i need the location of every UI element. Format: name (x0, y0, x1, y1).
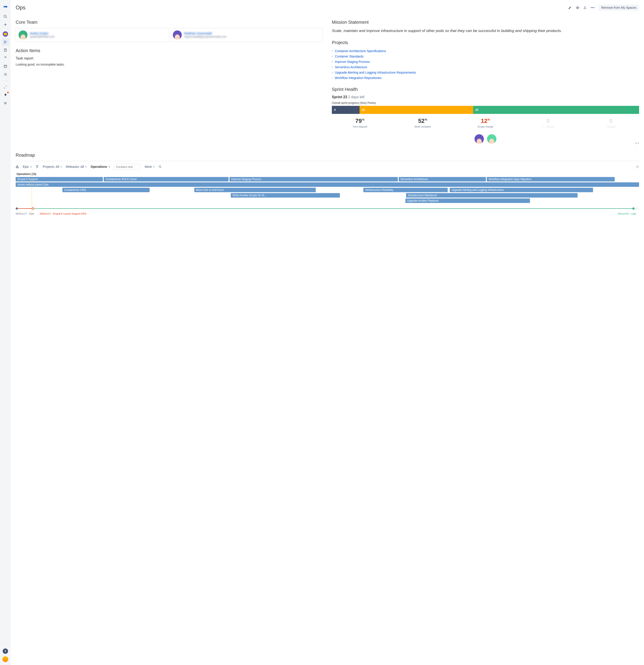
roadmap-bar[interactable]: Infrastructure Maintence (406, 193, 578, 197)
sidebar: ” ? (0, 0, 11, 665)
svg-point-19 (636, 143, 637, 144)
watch-icon[interactable] (576, 6, 579, 10)
svg-rect-20 (17, 165, 18, 166)
team-member-card[interactable]: Andriy Duykoaduyko@thrillist.com (16, 28, 169, 42)
project-item: ›Workflow Integration Repositories (332, 75, 639, 80)
sprint-stat: 12%Scope change (457, 117, 514, 128)
nav-settings-icon[interactable] (2, 71, 9, 78)
nav-menu-icon[interactable] (2, 99, 9, 107)
roadmap-bar[interactable]: Move Solr to SolrCloud (194, 188, 316, 192)
project-item: •Serverless Architecture (332, 64, 639, 70)
assignee-avatar[interactable] (474, 134, 484, 144)
nav-blog-icon[interactable]: ” (2, 55, 9, 62)
roadmap-toolbar: Epic Projects: All Releases: All Operati… (16, 164, 639, 170)
user-avatar-icon[interactable] (2, 656, 9, 663)
sprint-stat: 79%Time elapsed (332, 117, 388, 128)
sprint-stat: 52%Work complete (395, 117, 451, 128)
sprint-title: Sprint 23 2 days left (332, 95, 639, 99)
project-item: •Container Architecture Specifications (332, 48, 639, 54)
mission-text: Scale, maintain and improve infrastructu… (332, 28, 639, 34)
roadmap-more-filter[interactable]: More (145, 165, 155, 169)
roadmap-bar[interactable]: Drupal 8 Support (16, 177, 103, 182)
axis-start-label: 06/Dec/17 - Start (16, 212, 34, 215)
roadmap-releases-filter[interactable]: Releases: All (66, 165, 86, 169)
roadmap-operations-filter[interactable]: Operations (91, 165, 110, 169)
svg-point-26 (637, 166, 638, 167)
page-header: Ops ••• Remove from My Spaces (16, 4, 639, 11)
nav-overview-icon[interactable] (2, 38, 9, 46)
roadmap-bar[interactable]: Improve Staging Process (230, 177, 398, 182)
roadmap-projects-filter[interactable]: Projects: All (43, 165, 62, 169)
progress-segment: 22 (473, 106, 639, 114)
project-link[interactable]: Improve Staging Process (335, 60, 370, 63)
svg-line-25 (160, 167, 161, 168)
roadmap-search-icon[interactable] (158, 165, 162, 168)
member-avatar (173, 31, 182, 39)
add-icon[interactable] (2, 21, 9, 28)
nav-calendar-icon[interactable] (2, 63, 9, 70)
progress-segment: 16 (359, 106, 473, 114)
roadmap-epic-filter[interactable]: Epic (23, 165, 32, 169)
share-icon[interactable] (583, 6, 587, 10)
roadmap-bar[interactable]: Issues without parent Epic (16, 182, 639, 187)
svg-rect-21 (16, 167, 17, 168)
project-item: •Container Standards (332, 54, 639, 59)
roadmap-filter-icon[interactable] (36, 165, 39, 168)
axis-end-label: 20/Jun/18 - Later (618, 212, 637, 215)
projects-heading: Projects (332, 40, 639, 45)
sprint-assignees: ▾ (332, 134, 639, 144)
svg-point-18 (577, 7, 578, 8)
project-item: •Upgrade Alerting and Logging Infrastruc… (332, 70, 639, 75)
mission-heading: Mission Statement (332, 20, 639, 25)
roadmap-heading: Roadmap (16, 153, 639, 158)
confluence-logo-icon[interactable] (3, 4, 8, 10)
project-link[interactable]: Upgrade Alerting and Logging Infrastruct… (335, 71, 416, 74)
core-team-heading: Core Team (16, 20, 323, 25)
sprint-stat: 0Flagged (583, 117, 639, 128)
project-link[interactable]: Container Architecture Specifications (335, 49, 386, 53)
roadmap-hierarchy-icon[interactable] (16, 165, 19, 168)
team-member-card[interactable]: Matthew Greenwaldmgreenwald@groupninemed… (170, 28, 323, 42)
svg-line-1 (6, 17, 7, 18)
roadmap-bar[interactable]: Workflow Integration Apps Migration (487, 177, 615, 182)
assignee-avatar[interactable] (487, 134, 496, 144)
action-items-heading: Action Items (16, 48, 323, 53)
project-link[interactable]: Container Standards (335, 55, 364, 58)
sprint-progress-bar: 41622 (332, 106, 639, 114)
sprint-health-heading: Sprint Health (332, 87, 639, 92)
nav-expand-icon[interactable] (2, 83, 9, 91)
axis-mid-label: 20/Dec/17 - Drupal 8 Launch Support-OPS (40, 212, 86, 215)
roadmap-bar[interactable]: Upgrade Alerting and Logging Infrastruct… (450, 188, 593, 192)
nav-pages-icon[interactable] (2, 46, 9, 54)
task-report-text: Looking good, no incomplete tasks. (16, 63, 323, 66)
more-icon[interactable]: ••• (591, 6, 594, 10)
search-icon[interactable] (2, 13, 9, 20)
roadmap-search-input[interactable] (114, 164, 141, 170)
project-link[interactable]: Serverless Architecture (335, 65, 367, 69)
roadmap-bar[interactable]: Upgrade Ansible Playbook (405, 198, 530, 203)
roadmap-timeline-axis: ◁▷▏▷ (16, 207, 639, 211)
project-link[interactable]: Workflow Integration Repositories (335, 76, 382, 80)
nav-rocket-icon[interactable] (2, 92, 9, 99)
roadmap-bar[interactable]: Serverless Architecture (399, 177, 486, 182)
remove-from-spaces-button[interactable]: Remove from My Spaces (599, 4, 639, 11)
svg-point-0 (4, 15, 6, 17)
edit-icon[interactable] (568, 6, 572, 10)
page-title: Ops (16, 4, 568, 11)
roadmap-bar[interactable]: Infrastructure Reliability (363, 188, 447, 192)
sprint-stat: 01 - Highest (520, 117, 576, 128)
roadmap-settings-icon[interactable] (636, 165, 639, 169)
svg-rect-22 (18, 167, 19, 168)
svg-rect-10 (4, 65, 7, 68)
space-avatar-icon[interactable] (2, 31, 9, 38)
help-icon[interactable]: ? (2, 648, 9, 655)
sprint-settings-icon[interactable]: ▾ (635, 142, 639, 145)
svg-point-24 (159, 166, 161, 167)
svg-marker-23 (36, 166, 38, 168)
roadmap-bar[interactable]: Containerize SOLR Cloud (104, 177, 229, 182)
roadmap-bar[interactable]: Containerize CMS (62, 188, 150, 192)
svg-point-14 (5, 74, 6, 75)
member-avatar (19, 31, 27, 39)
task-report-heading: Task report (16, 56, 323, 60)
roadmap-bar[interactable]: Write Ansible Scripts for Di… (231, 193, 340, 197)
